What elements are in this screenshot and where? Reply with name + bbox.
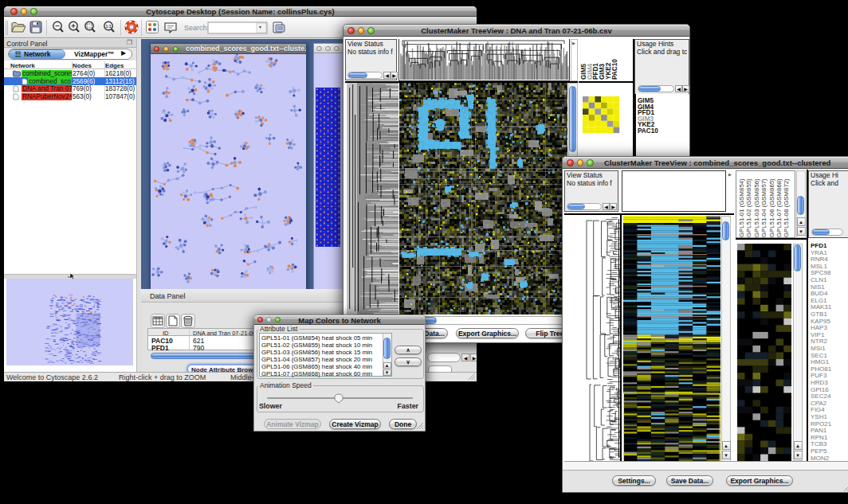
svg-text:1:1: 1:1 <box>105 24 111 29</box>
svg-text:GPL51-07 (GSM868): GPL51-07 (GSM868) <box>775 178 783 237</box>
svg-text:GPL51-08 (GSM872): GPL51-08 (GSM872) <box>783 178 790 237</box>
svg-text:GPL51-01 (GSM854): GPL51-01 (GSM854) <box>738 178 745 237</box>
svg-text:GPL51-02 (GSM855): GPL51-02 (GSM855) <box>745 178 752 237</box>
svg-text:GPL51-03 (GSM856): GPL51-03 (GSM856) <box>753 178 760 237</box>
svg-text:GPL51-04 (GSM857): GPL51-04 (GSM857) <box>760 178 768 237</box>
svg-text:GPL51-06 (GSM865): GPL51-06 (GSM865) <box>768 178 775 237</box>
svg-text:Search:: Search: <box>184 24 209 32</box>
svg-text:PAC10: PAC10 <box>611 59 618 80</box>
